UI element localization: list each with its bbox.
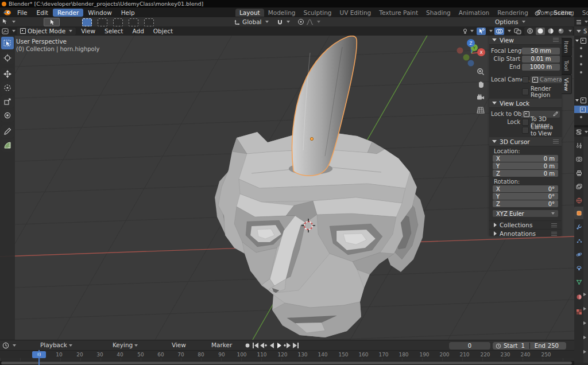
cursor-location-z[interactable]: Z0 m — [493, 170, 558, 177]
next-keyframe-button[interactable] — [284, 342, 291, 348]
menu-help[interactable]: Help — [117, 9, 140, 17]
timeline-scrollbar[interactable] — [0, 361, 574, 365]
editor-type-dropdown[interactable] — [2, 28, 16, 34]
properties-tab-modifiers[interactable] — [574, 220, 583, 233]
shading-solid-button[interactable] — [536, 28, 545, 35]
tool-measure[interactable] — [1, 139, 14, 152]
panel-annotations-header[interactable]: Annotations — [489, 229, 562, 238]
timeline-menu-playback[interactable]: Playback — [40, 341, 72, 348]
cursor-rotation-x[interactable]: X0° — [493, 185, 558, 192]
outliner-collection-row[interactable] — [575, 98, 586, 103]
outliner-tree[interactable] — [574, 36, 588, 125]
select-box-tool-button[interactable] — [44, 18, 60, 26]
properties-tab-material[interactable] — [574, 290, 583, 303]
viewport-menu-add[interactable]: Add — [128, 28, 148, 34]
tool-annotate[interactable] — [1, 125, 14, 138]
collapsed-panel-arrow[interactable] — [583, 293, 586, 296]
properties-editor-icon[interactable] — [576, 129, 582, 135]
current-frame-field[interactable]: 0 — [449, 342, 490, 350]
viewport-menu-select[interactable]: Select — [100, 28, 127, 34]
cursor-rotation-y[interactable]: Y0° — [493, 193, 558, 200]
record-button[interactable] — [243, 342, 251, 348]
cursor-location-y[interactable]: Y0 m — [493, 162, 558, 169]
outliner-selected-row[interactable] — [574, 106, 588, 113]
timeline-menu-marker[interactable]: Marker — [211, 341, 232, 348]
prev-keyframe-button[interactable] — [260, 342, 267, 348]
properties-tab-world[interactable] — [574, 194, 583, 207]
collapsed-panel-arrow[interactable] — [583, 336, 586, 339]
clip-end-field[interactable]: 1000 m — [522, 64, 560, 71]
panel-collections-header[interactable]: Collections — [489, 220, 562, 229]
filter-icon[interactable] — [577, 30, 581, 33]
viewport-3d[interactable]: User Perspective (0) Collection | horn.h… — [0, 36, 574, 340]
gizmo-axis-neg-x[interactable] — [457, 48, 463, 54]
snap-toggle[interactable] — [277, 18, 290, 25]
gizmo-axis-neg-z[interactable] — [468, 60, 474, 67]
tool-select-box[interactable] — [1, 37, 14, 49]
focal-length-field[interactable]: 50 mm — [522, 48, 560, 55]
select-mode-intersect[interactable] — [144, 18, 154, 26]
camera-to-view-checkbox[interactable] — [522, 127, 529, 134]
select-mode-subtract[interactable] — [113, 18, 123, 26]
gizmo-axis-neg-y[interactable] — [463, 55, 470, 61]
tool-scale[interactable] — [1, 95, 14, 108]
tab-sculpting[interactable]: Sculpting — [299, 9, 335, 17]
properties-tab-particles[interactable] — [574, 234, 583, 247]
outliner-item-dot[interactable] — [580, 63, 582, 65]
rotation-mode-dropdown[interactable]: XYZ Euler — [493, 210, 558, 217]
camera-view-button[interactable] — [475, 92, 486, 103]
tab-layout[interactable]: Layout — [235, 9, 264, 17]
jump-to-start-button[interactable] — [252, 342, 259, 348]
tool-cursor[interactable] — [1, 52, 14, 64]
start-frame-field[interactable]: 1 — [521, 343, 524, 349]
show-gizmos-toggle[interactable] — [477, 28, 486, 35]
to-3d-cursor-checkbox[interactable] — [522, 119, 529, 126]
sidebar-tab-item[interactable]: Item — [562, 38, 572, 56]
select-mode-invert[interactable] — [129, 18, 138, 26]
outliner-item-dot[interactable] — [580, 116, 582, 118]
tool-transform[interactable] — [1, 109, 14, 122]
pan-view-button[interactable] — [475, 79, 486, 90]
collapsed-panel-arrow[interactable] — [583, 321, 586, 325]
tab-texture-paint[interactable]: Texture Paint — [375, 9, 422, 17]
properties-tab-object[interactable] — [574, 207, 583, 219]
panel-view-header[interactable]: View — [489, 36, 562, 45]
outliner-item-dot[interactable] — [580, 47, 582, 49]
local-camera-checkbox[interactable] — [522, 76, 529, 83]
select-mode-extend[interactable] — [98, 18, 107, 26]
navigation-gizmo[interactable]: X Z Y — [452, 36, 493, 72]
properties-tab-view-layer[interactable] — [574, 180, 583, 193]
mode-dropdown[interactable]: Object Mode — [17, 28, 76, 35]
cursor-rotation-z[interactable]: Z0° — [493, 200, 558, 207]
outliner-item-dot[interactable] — [580, 71, 582, 73]
properties-tab-constraints[interactable] — [574, 262, 583, 274]
panel-3d-cursor-header[interactable]: 3D Cursor — [489, 137, 562, 146]
show-overlays-toggle[interactable] — [494, 28, 504, 35]
shading-dropdown-caret[interactable] — [568, 30, 572, 32]
timeline-menu-view[interactable]: View — [172, 341, 186, 348]
play-reverse-button[interactable] — [268, 342, 275, 348]
menu-render[interactable]: Render — [53, 9, 83, 17]
select-mode-set[interactable] — [82, 18, 92, 26]
tab-rendering[interactable]: Rendering — [493, 9, 532, 17]
menu-window[interactable]: Window — [83, 9, 116, 17]
timeline-editor-dropdown[interactable] — [2, 342, 16, 349]
scene-selector[interactable]: Scene — [535, 9, 572, 16]
tab-animation[interactable]: Animation — [455, 9, 494, 17]
collapsed-panel-arrow[interactable] — [583, 350, 586, 354]
menu-file[interactable]: File — [13, 9, 32, 17]
shading-rendered-button[interactable] — [556, 28, 566, 35]
zoom-view-button[interactable] — [475, 67, 486, 77]
timeline-ruler[interactable]: 0 10 20 30 40 50 60 70 80 90 100 110 120… — [0, 350, 574, 359]
end-frame-field[interactable]: 250 — [548, 343, 559, 349]
transform-orientation-dropdown[interactable]: Global — [234, 18, 269, 25]
render-region-checkbox[interactable] — [522, 88, 529, 95]
cursor-location-x[interactable]: X0 m — [493, 155, 558, 162]
options-dropdown[interactable]: Options — [495, 18, 525, 25]
properties-tab-object-data[interactable] — [574, 275, 583, 288]
xray-toggle[interactable] — [513, 28, 523, 35]
panel-view-lock-header[interactable]: View Lock — [489, 99, 562, 108]
timeline-menu-keying[interactable]: Keying — [113, 341, 138, 348]
properties-tab-tool[interactable] — [574, 139, 583, 152]
active-tool-dropdown[interactable] — [2, 18, 16, 25]
